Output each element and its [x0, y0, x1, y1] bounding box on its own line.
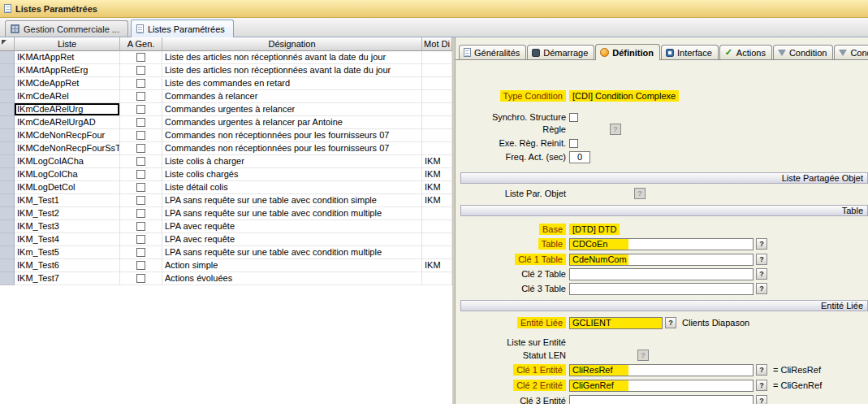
row-selector[interactable] [0, 259, 15, 272]
cell-mot[interactable]: IKM [422, 259, 452, 272]
doc-tab-gestion-commerciale[interactable]: Gestion Commerciale ... [5, 20, 128, 37]
cell-designation[interactable]: Liste détail colis [162, 181, 422, 194]
cell-a-gen[interactable] [120, 142, 162, 155]
cell-designation[interactable]: Liste des commandes en retard [162, 77, 422, 90]
a-gen-checkbox[interactable] [136, 118, 145, 127]
cell-a-gen[interactable] [120, 168, 162, 181]
table-row[interactable]: IKM_Test7Actions évoluées [0, 272, 452, 285]
cell-liste[interactable]: IKMArtAppRetErg [15, 64, 120, 77]
cell-mot[interactable] [422, 220, 452, 233]
row-selector[interactable] [0, 207, 15, 220]
grid-header-mot[interactable]: Mot Di [422, 37, 452, 51]
cell-designation[interactable]: Liste des articles non réceptionnés avan… [162, 51, 422, 64]
table-row[interactable]: IKM_Test4LPA avec requête [0, 233, 452, 246]
cell-liste[interactable]: IKM_Test2 [15, 207, 120, 220]
cell-a-gen[interactable] [120, 129, 162, 142]
cell-a-gen[interactable] [120, 64, 162, 77]
cell-mot[interactable]: IKM [422, 181, 452, 194]
cell-a-gen[interactable] [120, 194, 162, 207]
table-row[interactable]: IKM_Test6Action simpleIKM [0, 259, 452, 272]
row-selector[interactable] [0, 116, 15, 129]
cell-mot[interactable] [422, 129, 452, 142]
cell-mot[interactable]: IKM [422, 194, 452, 207]
a-gen-checkbox[interactable] [136, 235, 145, 244]
cell-a-gen[interactable] [120, 77, 162, 90]
a-gen-checkbox[interactable] [136, 261, 145, 270]
a-gen-checkbox[interactable] [136, 170, 145, 179]
cell-designation[interactable]: Commandes à relancer [162, 90, 422, 103]
cell-mot[interactable]: IKM [422, 168, 452, 181]
cell-liste[interactable]: IKM_Test1 [15, 194, 120, 207]
table-row[interactable]: IKMCdeNonRecpFourSsTotCommandes non réce… [0, 142, 452, 155]
cell-designation[interactable]: Commandes non réceptionnées pour les fou… [162, 129, 422, 142]
table-row[interactable]: IKmCdeARelCommandes à relancer [0, 90, 452, 103]
table-row[interactable]: IKMArtAppRetListe des articles non récep… [0, 51, 452, 64]
row-selector[interactable] [0, 272, 15, 285]
a-gen-checkbox[interactable] [136, 144, 145, 153]
a-gen-checkbox[interactable] [136, 209, 145, 218]
cell-designation[interactable]: Liste des articles non réceptionnées ava… [162, 64, 422, 77]
cell-liste[interactable]: IKMArtAppRet [15, 51, 120, 64]
table-row[interactable]: IKmCdeARelUrgADCommandes urgentes à rela… [0, 116, 452, 129]
cell-designation[interactable]: Action simple [162, 259, 422, 272]
exe-reg-reinit-checkbox[interactable] [569, 139, 578, 148]
cell-mot[interactable] [422, 51, 452, 64]
cell-liste[interactable]: IKmCdeARelUrg [15, 103, 120, 116]
a-gen-checkbox[interactable] [136, 183, 145, 192]
table-input[interactable] [569, 238, 754, 250]
table-row[interactable]: IKM_Test2LPA sans requête sur une table … [0, 207, 452, 220]
row-selector[interactable] [0, 51, 15, 64]
tab-demarrage[interactable]: Démarrage [527, 45, 594, 59]
row-selector[interactable] [0, 194, 15, 207]
entite-liee-input[interactable] [569, 317, 663, 329]
cell-a-gen[interactable] [120, 246, 162, 259]
synchro-structure-checkbox[interactable] [569, 113, 578, 122]
a-gen-checkbox[interactable] [136, 157, 145, 166]
cell-liste[interactable]: IKM_Test6 [15, 259, 120, 272]
freq-act-input[interactable] [569, 151, 590, 163]
statut-len-help-button[interactable]: ? [637, 350, 649, 361]
table-row[interactable]: IKMLogDetColListe détail colisIKM [0, 181, 452, 194]
cle3-table-input[interactable] [569, 283, 754, 295]
cle3-table-help-button[interactable]: ? [756, 283, 767, 294]
table-row[interactable]: IKMCdeAppRetListe des commandes en retar… [0, 77, 452, 90]
cell-a-gen[interactable] [120, 181, 162, 194]
grid-header-designation[interactable]: Désignation [162, 37, 422, 51]
cell-designation[interactable]: Commandes non réceptionnées pour les fou… [162, 142, 422, 155]
a-gen-checkbox[interactable] [136, 92, 145, 101]
cell-a-gen[interactable] [120, 116, 162, 129]
cell-mot[interactable] [422, 207, 452, 220]
table-help-button[interactable]: ? [756, 238, 767, 250]
row-selector[interactable] [0, 233, 15, 246]
cle3-entite-input[interactable] [569, 395, 754, 404]
table-row[interactable]: IKmCdeARelUrgCommandes urgentes à relanc… [0, 103, 452, 116]
cell-designation[interactable]: LPA sans requête sur une table avec cond… [162, 207, 422, 220]
cle2-table-help-button[interactable]: ? [756, 268, 767, 280]
cell-mot[interactable] [422, 90, 452, 103]
row-selector[interactable] [0, 220, 15, 233]
cell-designation[interactable]: LPA sans requête sur une table avec cond… [162, 246, 422, 259]
cell-liste[interactable]: IKMLogColCha [15, 168, 120, 181]
cell-liste[interactable]: IKmCdeARelUrgAD [15, 116, 120, 129]
a-gen-checkbox[interactable] [136, 53, 145, 62]
table-row[interactable]: IKm_Test5LPA sans requête sur une table … [0, 246, 452, 259]
cell-liste[interactable]: IKM_Test4 [15, 233, 120, 246]
row-selector[interactable] [0, 155, 15, 168]
entite-liee-help-button[interactable]: ? [665, 317, 676, 328]
cell-mot[interactable] [422, 246, 452, 259]
table-row[interactable]: IKMArtAppRetErgListe des articles non ré… [0, 64, 452, 77]
tab-condition[interactable]: Condition [773, 45, 833, 59]
cell-a-gen[interactable] [120, 259, 162, 272]
cell-liste[interactable]: IKM_Test7 [15, 272, 120, 285]
table-row[interactable]: IKMLogColChaListe colis chargésIKM [0, 168, 452, 181]
cell-a-gen[interactable] [120, 155, 162, 168]
row-selector[interactable] [0, 77, 15, 90]
cell-designation[interactable]: LPA avec requête [162, 220, 422, 233]
cell-liste[interactable]: IKm_Test5 [15, 246, 120, 259]
cell-designation[interactable]: LPA sans requête sur une table avec cond… [162, 194, 422, 207]
cell-a-gen[interactable] [120, 233, 162, 246]
cle3-entite-help-button[interactable]: ? [756, 395, 767, 404]
cell-a-gen[interactable] [120, 90, 162, 103]
cell-a-gen[interactable] [120, 207, 162, 220]
cell-designation[interactable]: Commandes urgentes à relancer par Antoin… [162, 116, 422, 129]
